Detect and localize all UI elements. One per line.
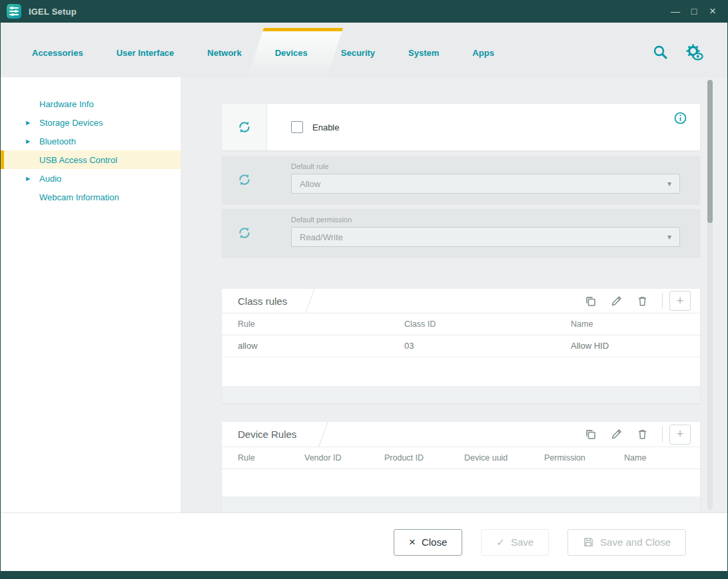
titlebar: IGEL Setup — □ × xyxy=(1,0,727,23)
window-close-button[interactable]: × xyxy=(703,3,722,20)
reset-default-permission-icon[interactable] xyxy=(222,209,267,257)
default-permission-value: Read/Write xyxy=(300,232,343,242)
class-rules-footer xyxy=(222,386,700,403)
maximize-button[interactable]: □ xyxy=(685,3,703,20)
expand-arrow-icon[interactable]: ▶ xyxy=(26,138,39,144)
sidebar-item-audio[interactable]: ▶Audio xyxy=(1,169,181,188)
refresh-icon xyxy=(237,226,252,240)
default-rule-label: Default rule xyxy=(291,162,680,170)
class-rules-header-row: Rule Class ID Name xyxy=(222,313,700,335)
igel-setup-window: IGEL Setup — □ × Accessories User Interf… xyxy=(0,0,728,579)
sidebar-item-usb-access-control[interactable]: USB Access Control xyxy=(1,150,181,169)
device-rules-header-row: Rule Vendor ID Product ID Device uuid Pe… xyxy=(222,447,700,469)
save-button[interactable]: ✓ Save xyxy=(481,529,549,556)
save-and-close-button[interactable]: Save and Close xyxy=(567,529,686,556)
sidebar: Hardware Info ▶Storage Devices ▶Bluetoot… xyxy=(1,77,181,512)
delete-icon[interactable] xyxy=(629,295,655,307)
reset-default-rule-icon[interactable] xyxy=(222,156,267,204)
default-permission-label: Default permission xyxy=(291,216,680,224)
add-class-rule-button[interactable]: + xyxy=(669,291,691,311)
sidebar-item-hardware-info[interactable]: Hardware Info xyxy=(1,95,181,113)
enable-panel: Enable xyxy=(222,104,700,150)
default-rule-value: Allow xyxy=(300,179,320,189)
refresh-icon xyxy=(237,120,252,134)
chevron-down-icon: ▾ xyxy=(667,179,671,188)
class-rules-card: Class rules + xyxy=(222,289,700,403)
scrollbar[interactable] xyxy=(707,80,713,510)
edit-icon[interactable] xyxy=(603,295,629,307)
floppy-icon xyxy=(583,536,594,548)
sidebar-item-webcam-information[interactable]: Webcam Information xyxy=(1,188,181,206)
class-rule-row[interactable]: allow 03 Allow HID xyxy=(222,335,700,357)
gear-eye-icon[interactable] xyxy=(685,43,703,61)
device-rules-title: Device Rules xyxy=(238,429,296,440)
copy-icon[interactable] xyxy=(577,428,603,441)
info-icon[interactable] xyxy=(674,112,687,124)
tab-network[interactable]: Network xyxy=(190,23,258,77)
default-permission-panel: Default permission Read/Write ▾ xyxy=(222,209,700,257)
reset-enable-icon[interactable] xyxy=(222,104,267,150)
tab-devices[interactable]: Devices xyxy=(258,23,324,77)
tab-system[interactable]: System xyxy=(392,23,456,77)
delete-icon[interactable] xyxy=(629,428,655,441)
sidebar-item-storage-devices[interactable]: ▶Storage Devices xyxy=(1,113,181,132)
add-device-rule-button[interactable]: + xyxy=(669,425,691,445)
default-rule-panel: Default rule Allow ▾ xyxy=(222,156,700,204)
check-icon: ✓ xyxy=(496,536,505,548)
default-rule-select[interactable]: Allow ▾ xyxy=(291,174,680,194)
nav-tabs: Accessories User Interface Network Devic… xyxy=(1,23,511,77)
copy-icon[interactable] xyxy=(577,295,603,307)
footer-bar: × Close ✓ Save Save and Close xyxy=(1,512,727,571)
window-title: IGEL Setup xyxy=(29,7,77,17)
enable-label: Enable xyxy=(312,122,339,132)
class-rules-title: Class rules xyxy=(238,295,287,307)
device-rules-footer xyxy=(222,496,700,512)
top-nav: Accessories User Interface Network Devic… xyxy=(1,23,727,77)
expand-arrow-icon[interactable]: ▶ xyxy=(26,176,39,182)
window-controls: — □ × xyxy=(666,3,722,20)
device-rules-card: Device Rules + xyxy=(222,422,700,512)
settings-content: Enable xyxy=(181,77,727,512)
sidebar-item-bluetooth[interactable]: ▶Bluetooth xyxy=(1,132,181,150)
scrollbar-thumb[interactable] xyxy=(707,80,713,223)
edit-icon[interactable] xyxy=(603,428,629,441)
app-logo-icon xyxy=(7,4,21,19)
window-bottom-edge xyxy=(1,571,727,579)
close-button[interactable]: × Close xyxy=(394,529,462,556)
tab-user-interface[interactable]: User Interface xyxy=(100,23,191,77)
enable-checkbox[interactable] xyxy=(291,121,303,133)
search-icon[interactable] xyxy=(652,44,668,60)
tab-accessories[interactable]: Accessories xyxy=(15,23,100,77)
minimize-button[interactable]: — xyxy=(666,3,685,20)
close-x-icon: × xyxy=(409,536,416,549)
default-permission-select[interactable]: Read/Write ▾ xyxy=(291,227,680,247)
expand-arrow-icon[interactable]: ▶ xyxy=(26,120,39,126)
tab-apps[interactable]: Apps xyxy=(456,23,511,77)
chevron-down-icon: ▾ xyxy=(667,232,671,242)
refresh-icon xyxy=(237,172,252,187)
